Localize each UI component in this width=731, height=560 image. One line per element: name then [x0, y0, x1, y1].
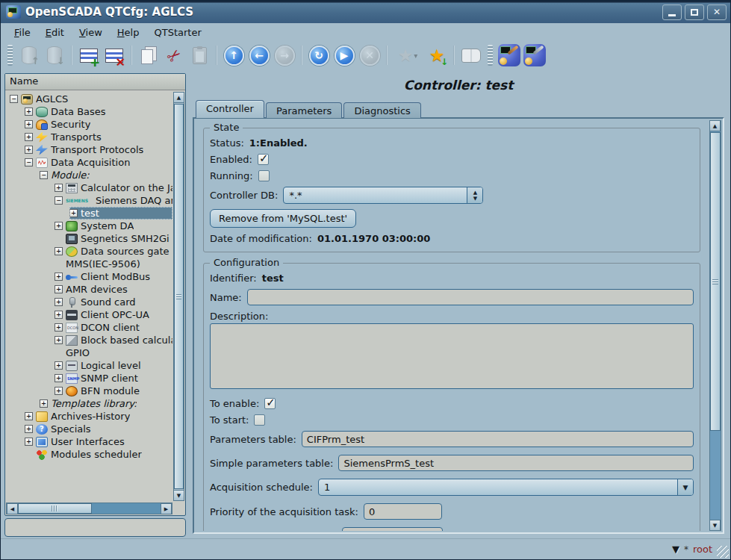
- scroll-up-icon[interactable]: ▲: [173, 92, 184, 103]
- to-start-checkbox[interactable]: ✓: [254, 414, 265, 426]
- collapse-box-icon[interactable]: −: [25, 158, 33, 167]
- start-button[interactable]: ▶: [332, 43, 357, 68]
- expand-box-icon[interactable]: +: [25, 412, 33, 420]
- enabled-checkbox[interactable]: ✓: [258, 154, 269, 165]
- scroll-right-icon[interactable]: ▶: [161, 503, 172, 514]
- scroll-up-icon[interactable]: ▲: [709, 120, 721, 131]
- tree-item-client-opc-ua[interactable]: +Client OPC-UA: [5, 308, 172, 321]
- load-button[interactable]: ↑: [16, 43, 42, 68]
- restore-timeout-field[interactable]: [342, 527, 443, 531]
- tree-vscroll-thumb[interactable]: [174, 104, 184, 489]
- tree-item-data-bases[interactable]: +Data Bases: [5, 105, 172, 118]
- expand-box-icon[interactable]: +: [55, 273, 63, 281]
- tree-item-data-acquisition[interactable]: −Data Acquisition: [5, 156, 172, 169]
- toolbar-handle[interactable]: [7, 45, 13, 66]
- tree-item-user-interfaces[interactable]: +User Interfaces: [5, 435, 172, 448]
- tab-diagnostics[interactable]: Diagnostics: [343, 102, 420, 118]
- parameters-table-field[interactable]: [302, 431, 694, 447]
- tree-header[interactable]: Name: [5, 74, 185, 90]
- expand-box-icon[interactable]: +: [55, 184, 63, 192]
- tree-item-logical-level[interactable]: +Logical level: [5, 359, 172, 372]
- tree-item-amr-devices[interactable]: +AMR devices: [5, 283, 172, 296]
- controller-db-select[interactable]: *.* ▲▼: [283, 187, 483, 204]
- tree-item-client-modbus[interactable]: +Client ModBus: [5, 270, 172, 283]
- tree-item-siemens-daq-and-be[interactable]: −Siemens DAQ and Be: [5, 194, 172, 207]
- form-vertical-scrollbar[interactable]: ▲ ▼: [709, 120, 721, 531]
- delete-item-button[interactable]: ✕: [102, 43, 127, 68]
- add-favorite-button[interactable]: ★↓: [424, 43, 450, 68]
- expand-box-icon[interactable]: +: [40, 399, 48, 408]
- tree-item-segnetics-smh2gi-ar[interactable]: Segnetics SMH2Gi ar: [5, 232, 172, 245]
- remove-db-button[interactable]: Remove from 'MySQL.test': [210, 209, 356, 228]
- save-button[interactable]: ↓: [42, 43, 67, 68]
- menu-file[interactable]: File: [7, 25, 38, 40]
- collapse-box-icon[interactable]: −: [40, 171, 48, 179]
- scroll-down-icon[interactable]: ▼: [173, 490, 184, 501]
- tree-filter-input[interactable]: [4, 518, 186, 537]
- tree-horizontal-scrollbar[interactable]: ◀ ▶: [6, 503, 172, 514]
- expand-box-icon[interactable]: +: [55, 336, 63, 344]
- tree-item-modules-scheduler[interactable]: Modules scheduler: [5, 448, 172, 461]
- expand-box-icon[interactable]: +: [25, 120, 33, 128]
- to-enable-checkbox[interactable]: ✓: [264, 398, 276, 409]
- menu-edit[interactable]: Edit: [38, 25, 72, 40]
- tree-item-system-da[interactable]: +System DA: [5, 220, 172, 232]
- tab-parameters[interactable]: Parameters: [266, 102, 342, 118]
- expand-box-icon[interactable]: +: [55, 361, 63, 370]
- expand-box-icon[interactable]: +: [55, 374, 63, 382]
- tree-item-transports[interactable]: +Transports: [5, 131, 172, 143]
- minimize-button[interactable]: [662, 4, 682, 20]
- form-vscroll-thumb[interactable]: [710, 132, 721, 431]
- tree-hscroll-thumb[interactable]: [18, 503, 92, 514]
- expand-box-icon[interactable]: +: [25, 425, 33, 433]
- tree-vertical-scrollbar[interactable]: ▲ ▼: [173, 92, 184, 501]
- tree-item-sound-card[interactable]: +Sound card: [5, 296, 172, 308]
- expand-box-icon[interactable]: +: [69, 209, 78, 217]
- stop-button[interactable]: ✕: [357, 43, 382, 68]
- tree-item-templates-library[interactable]: +Templates library:: [5, 397, 172, 410]
- menu-help[interactable]: Help: [110, 25, 147, 40]
- expand-box-icon[interactable]: +: [55, 323, 63, 332]
- paste-button[interactable]: [187, 43, 212, 68]
- copy-button[interactable]: [136, 43, 161, 68]
- menu-view[interactable]: View: [72, 25, 110, 40]
- expand-box-icon[interactable]: +: [55, 387, 63, 395]
- tab-controller[interactable]: Controller: [196, 100, 264, 118]
- tree-item-test[interactable]: +test: [5, 207, 172, 220]
- add-item-button[interactable]: +: [76, 43, 102, 68]
- toolbar2-handle[interactable]: [488, 45, 493, 66]
- scroll-down-icon[interactable]: ▼: [709, 520, 721, 531]
- title-bar[interactable]: OpenSCADA QTCfg: AGLCS ✕: [1, 1, 730, 23]
- qtstarter-button[interactable]: [522, 43, 547, 68]
- tree-item-block-based-calculato[interactable]: +Block based calculato: [5, 334, 172, 346]
- expand-box-icon[interactable]: +: [25, 108, 33, 116]
- name-field[interactable]: [247, 289, 694, 305]
- description-field[interactable]: [210, 323, 694, 389]
- tree-item-snmp-client[interactable]: +SNMP client: [5, 372, 172, 385]
- acquisition-schedule-select[interactable]: 1 ▼: [318, 479, 694, 496]
- collapse-box-icon[interactable]: −: [55, 196, 63, 205]
- favorites-button[interactable]: ★▾: [391, 43, 424, 68]
- up-button[interactable]: ↑: [221, 43, 246, 68]
- tree-item-data-sources-gate[interactable]: +Data sources gate: [5, 245, 172, 258]
- menu-qtstarter[interactable]: QTStarter: [146, 25, 208, 40]
- tree-item-archives-history[interactable]: +Archives-History: [5, 410, 172, 423]
- forward-button[interactable]: →: [272, 43, 297, 68]
- tree-item-gpio[interactable]: GPIO: [5, 346, 172, 359]
- maximize-button[interactable]: [685, 4, 704, 20]
- resize-grip[interactable]: [717, 546, 729, 558]
- back-button[interactable]: ←: [246, 43, 272, 68]
- tree-item-module[interactable]: −Module:: [5, 169, 172, 181]
- tree-item-transport-protocols[interactable]: +Transport Protocols: [5, 143, 172, 156]
- expand-box-icon[interactable]: +: [55, 285, 63, 293]
- tree-item-specials[interactable]: +Specials: [5, 423, 172, 435]
- scroll-left-icon[interactable]: ◀: [7, 503, 18, 514]
- simple-parameters-table-field[interactable]: [338, 455, 694, 471]
- tree-item-dcon-client[interactable]: +DCON client: [5, 321, 172, 334]
- expand-box-icon[interactable]: +: [55, 247, 63, 255]
- tree-item-mms-iec-9506[interactable]: MMS(IEC-9506): [5, 258, 172, 270]
- close-button[interactable]: ✕: [707, 4, 727, 20]
- tree-item-bfn-module[interactable]: +BFN module: [5, 385, 172, 397]
- tray-triangle-icon[interactable]: ▼: [672, 544, 679, 555]
- cut-button[interactable]: ✂: [161, 43, 187, 68]
